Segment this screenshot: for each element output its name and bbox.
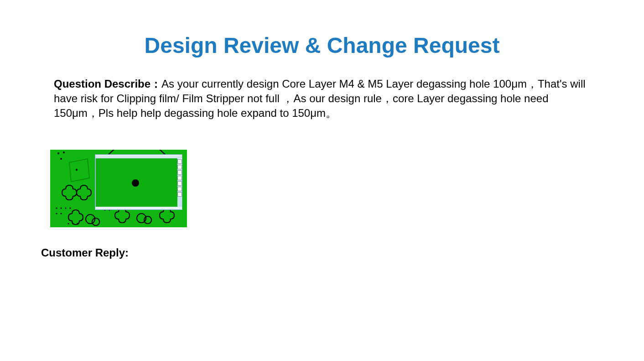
cad-window-statusbar bbox=[95, 207, 182, 209]
degassing-hole-icon bbox=[132, 179, 139, 187]
toolbar-button bbox=[177, 192, 182, 197]
customer-reply-label: Customer Reply: bbox=[41, 246, 129, 259]
toolbar-button bbox=[177, 159, 182, 164]
cad-window-toolbar bbox=[177, 158, 182, 207]
svg-point-2 bbox=[60, 158, 62, 160]
svg-point-16 bbox=[77, 223, 78, 224]
svg-point-9 bbox=[60, 213, 62, 214]
svg-point-3 bbox=[76, 169, 78, 171]
svg-point-7 bbox=[69, 207, 71, 209]
toolbar-button bbox=[177, 176, 182, 180]
cad-screenshot bbox=[50, 150, 187, 227]
toolbar-button bbox=[177, 187, 182, 191]
svg-point-5 bbox=[60, 207, 62, 209]
cad-window-titlebar bbox=[95, 155, 182, 158]
svg-point-6 bbox=[65, 207, 66, 209]
toolbar-button bbox=[177, 181, 182, 186]
svg-point-1 bbox=[63, 152, 65, 153]
question-paragraph: Question Describe：As your currently desi… bbox=[54, 77, 587, 120]
svg-point-14 bbox=[68, 223, 69, 224]
toolbar-button bbox=[177, 170, 182, 175]
svg-point-8 bbox=[56, 213, 57, 214]
question-label: Question Describe： bbox=[54, 78, 161, 90]
document-page: Design Review & Change Request Question … bbox=[0, 0, 644, 361]
svg-point-15 bbox=[72, 223, 73, 224]
svg-point-0 bbox=[57, 152, 59, 154]
page-title: Design Review & Change Request bbox=[0, 33, 644, 58]
cad-window bbox=[95, 154, 182, 210]
svg-point-4 bbox=[56, 207, 57, 209]
toolbar-button bbox=[177, 165, 182, 169]
